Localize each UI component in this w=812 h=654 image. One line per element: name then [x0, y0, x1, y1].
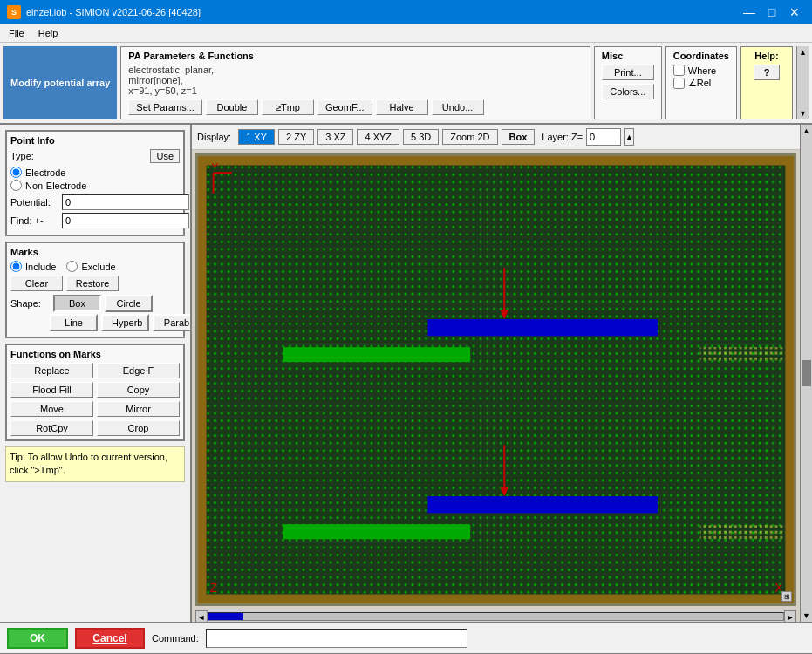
- menu-bar: File Help: [0, 24, 812, 43]
- move-button[interactable]: Move: [10, 401, 93, 417]
- tmp-button[interactable]: ≥Tmp: [262, 99, 314, 115]
- pa-info3: x=91, y=50, z=1: [128, 85, 583, 96]
- tip-box: Tip: To allow Undo to current version, c…: [5, 446, 185, 482]
- electrode-radio[interactable]: [10, 167, 22, 178]
- use-button[interactable]: Use: [150, 149, 180, 163]
- tab-3xz[interactable]: 3 XZ: [317, 129, 353, 145]
- pa-info1: electrostatic, planar,: [128, 65, 583, 75]
- hyperb-shape-button[interactable]: Hyperb: [101, 314, 149, 331]
- exclude-label: Exclude: [81, 262, 115, 272]
- marks-section: Marks Include Exclude Clear Restore: [5, 242, 185, 338]
- help-button[interactable]: ?: [754, 65, 780, 80]
- bottom-bar: OK Cancel Command:: [0, 622, 812, 653]
- tab-4xyz[interactable]: 4 XYZ: [357, 129, 399, 145]
- non-electrode-label: Non-Electrode: [25, 181, 86, 191]
- point-info-section: Point Info Type: Use Electrode Non-Elect…: [5, 130, 185, 236]
- where-checkbox[interactable]: [673, 65, 685, 76]
- replace-button[interactable]: Replace: [10, 363, 93, 378]
- misc-section: Misc Print... Colors...: [594, 46, 662, 119]
- potential-label: Potential:: [10, 197, 58, 208]
- halve-button[interactable]: Halve: [376, 99, 428, 115]
- svg-rect-17: [283, 524, 471, 539]
- scroll-up-arrow[interactable]: ▲: [799, 48, 807, 57]
- svg-text:Y: Y: [212, 161, 219, 174]
- print-button[interactable]: Print...: [602, 65, 654, 80]
- scroll-left-button[interactable]: ◄: [195, 610, 208, 623]
- resize-handle[interactable]: ⊞: [781, 591, 792, 602]
- window-title: einzel.iob - SIMION v2021-06-26 [40428]: [26, 7, 201, 17]
- layer-spinner-up[interactable]: ▲: [624, 128, 634, 146]
- line-shape-button[interactable]: Line: [50, 314, 98, 331]
- crop-button[interactable]: Crop: [97, 420, 180, 436]
- type-label: Type:: [10, 151, 34, 161]
- layer-input[interactable]: [586, 128, 621, 146]
- double-button[interactable]: Double: [206, 99, 258, 115]
- vscroll-thumb[interactable]: [802, 360, 811, 386]
- parab-shape-button[interactable]: Parab: [153, 314, 192, 331]
- toolbar-row: Display: 1 XY 2 ZY 3 XZ 4 XYZ 5 3D Zoom …: [192, 125, 800, 150]
- restore-button[interactable]: Restore: [66, 276, 119, 291]
- ok-button[interactable]: OK: [7, 628, 68, 649]
- clear-button[interactable]: Clear: [10, 276, 63, 291]
- flood-fill-button[interactable]: Flood Fill: [10, 382, 93, 398]
- cancel-button[interactable]: Cancel: [75, 628, 145, 649]
- layer-label: Layer: Z=: [542, 132, 583, 142]
- right-panel: Display: 1 XY 2 ZY 3 XZ 4 XYZ 5 3D Zoom …: [192, 125, 800, 622]
- command-input[interactable]: [206, 629, 467, 648]
- svg-rect-13: [700, 347, 786, 362]
- svg-rect-16: [427, 496, 657, 513]
- mirror-button[interactable]: Mirror: [97, 401, 180, 417]
- vscroll-down-arrow[interactable]: ▼: [802, 611, 810, 620]
- scroll-down-arrow[interactable]: ▼: [799, 109, 807, 118]
- tab-2zy[interactable]: 2 ZY: [278, 129, 314, 145]
- non-electrode-radio[interactable]: [10, 180, 22, 191]
- potential-input[interactable]: [62, 194, 189, 210]
- rel-checkbox[interactable]: [673, 78, 685, 89]
- exclude-radio[interactable]: [66, 261, 78, 272]
- left-panel: Point Info Type: Use Electrode Non-Elect…: [0, 125, 192, 622]
- undo-button[interactable]: Undo...: [432, 99, 484, 115]
- box-view-button[interactable]: Box: [502, 129, 536, 145]
- vertical-scrollbar[interactable]: ▲ ▼: [800, 125, 812, 622]
- pa-params-title: PA Parameters & Functions: [128, 51, 583, 61]
- close-button[interactable]: ✕: [784, 3, 805, 21]
- vscroll-up-arrow[interactable]: ▲: [802, 126, 810, 135]
- help-title: Help:: [754, 51, 779, 61]
- set-params-button[interactable]: Set Params...: [128, 99, 202, 115]
- modify-pa-label: Modify potential array: [3, 46, 117, 119]
- include-radio[interactable]: [10, 261, 22, 272]
- minimize-button[interactable]: —: [739, 3, 760, 21]
- coords-title: Coordinates: [673, 51, 729, 61]
- display-label: Display:: [197, 132, 231, 142]
- box-shape-button[interactable]: Box: [53, 295, 101, 312]
- tab-5-3d[interactable]: 5 3D: [403, 129, 439, 145]
- misc-title: Misc: [602, 51, 654, 61]
- electrode-canvas: Y: [198, 156, 794, 603]
- zoom-2d-button[interactable]: Zoom 2D: [442, 129, 497, 145]
- svg-rect-10: [427, 319, 657, 336]
- circle-shape-button[interactable]: Circle: [105, 295, 153, 312]
- edge-f-button[interactable]: Edge F: [97, 363, 180, 378]
- functions-section: Functions on Marks Replace Edge F Flood …: [5, 344, 185, 441]
- marks-title: Marks: [10, 247, 180, 257]
- canvas-container[interactable]: Y: [195, 153, 796, 606]
- pa-params-section: PA Parameters & Functions electrostatic,…: [120, 46, 590, 119]
- menu-help[interactable]: Help: [33, 26, 64, 40]
- functions-title: Functions on Marks: [10, 349, 180, 359]
- find-input[interactable]: [62, 213, 189, 228]
- tip-text: Tip: To allow Undo to current version, c…: [10, 452, 167, 475]
- pa-info2: mirror[none],: [128, 75, 583, 85]
- geomf-button[interactable]: GeomF...: [317, 99, 372, 115]
- svg-text:Z: Z: [210, 581, 218, 596]
- where-label: Where: [688, 65, 716, 76]
- shape-label: Shape:: [10, 298, 50, 309]
- help-section: Help: ?: [740, 46, 793, 119]
- horizontal-scrollbar[interactable]: ◄ ►: [195, 610, 796, 622]
- rotcpy-button[interactable]: RotCpy: [10, 420, 93, 436]
- tab-1xy[interactable]: 1 XY: [238, 129, 275, 145]
- maximize-button[interactable]: □: [761, 3, 782, 21]
- copy-button[interactable]: Copy: [97, 382, 180, 398]
- colors-button[interactable]: Colors...: [602, 84, 654, 99]
- menu-file[interactable]: File: [3, 26, 30, 40]
- scroll-right-button[interactable]: ►: [784, 610, 796, 623]
